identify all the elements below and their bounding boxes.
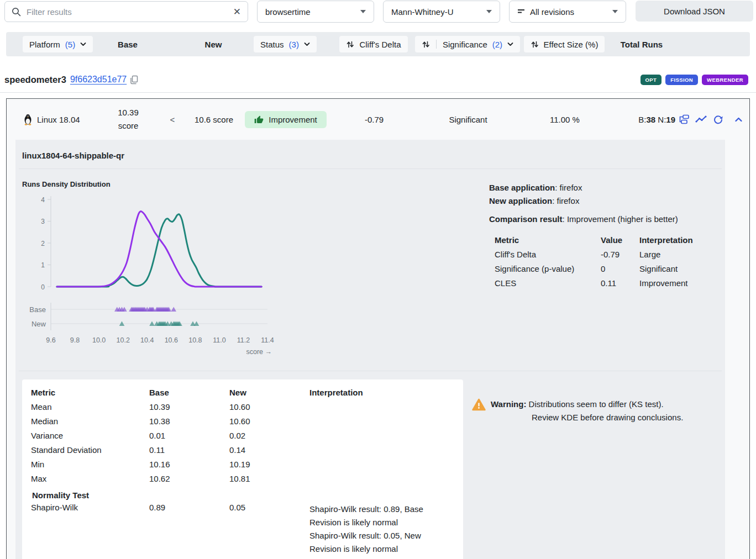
sort-cliffs-delta-chip[interactable]: Cliff's Delta — [339, 36, 407, 52]
stats-new-value: 10.81 — [229, 474, 309, 488]
svg-text:score →: score → — [246, 348, 272, 356]
suite-name: speedometer3 — [4, 75, 66, 85]
info-table-cell: Improvement — [639, 278, 725, 288]
base-score: 10.39 score — [111, 106, 146, 133]
svg-text:3: 3 — [41, 218, 45, 225]
revision-hash-link[interactable]: 9f6623d51e77 — [70, 75, 127, 85]
chevron-down-icon — [304, 42, 310, 46]
sort-arrows-icon — [422, 40, 430, 49]
top-toolbar: ✕ browsertime Mann-Whitney-U All revisio… — [0, 0, 756, 32]
filter-results-input[interactable] — [27, 7, 228, 17]
statistical-test-select-value: Mann-Whitney-U — [391, 7, 482, 17]
platform-slug: linux1804-64-shippable-qr — [15, 140, 725, 160]
copy-icon[interactable] — [130, 75, 139, 85]
stats-base-value: 10.16 — [149, 460, 229, 474]
results-header-bar: Platform (5) Base New Status (3) Cliff's… — [6, 32, 750, 56]
revisions-select-value: All revisions — [530, 7, 608, 17]
svg-text:1: 1 — [41, 261, 45, 269]
stats-metric-name: Median — [31, 416, 149, 431]
base-runs-count: 38 — [646, 115, 655, 124]
download-json-button[interactable]: Download JSON — [636, 1, 753, 22]
stats-metric-name: Standard Deviation — [31, 445, 149, 460]
platform-cell: Linux 18.04 — [23, 114, 101, 125]
svg-text:4: 4 — [41, 196, 45, 204]
platform-name: Linux 18.04 — [37, 115, 80, 124]
status-badge: Improvement — [245, 111, 327, 128]
new-score: 10.6 score — [195, 115, 233, 124]
sort-significance-chip[interactable]: Significance (2) — [415, 36, 520, 52]
info-table-cell: CLES — [495, 278, 601, 288]
sort-effect-size-chip[interactable]: Effect Size (%) — [524, 36, 605, 52]
svg-text:2: 2 — [41, 240, 45, 247]
filter-search-box[interactable]: ✕ — [4, 1, 248, 22]
svg-text:10.2: 10.2 — [117, 336, 130, 344]
stats-metric-name: Min — [31, 460, 149, 474]
stats-base-value: 0.89 — [149, 503, 229, 556]
platform-filter-count: (5) — [65, 40, 75, 49]
chevron-down-icon — [486, 10, 492, 13]
stats-new-value: 10.19 — [229, 460, 309, 474]
column-header-effect-size: Effect Size (%) — [544, 40, 599, 49]
svg-text:10.4: 10.4 — [140, 336, 154, 344]
comparison-info-block: Base application: firefox New applicatio… — [489, 180, 725, 361]
platform-filter-label: Platform — [29, 40, 60, 49]
descriptive-stats-table: MetricBaseNewInterpretationMean10.3910.6… — [31, 388, 454, 556]
status-badge-label: Improvement — [269, 115, 317, 124]
chevron-down-icon — [612, 10, 618, 13]
comparison-result-line: Comparison result: Improvement (higher i… — [489, 213, 725, 226]
status-filter-count: (3) — [289, 40, 299, 49]
info-table-header: Value — [601, 235, 639, 245]
stats-base-value: 10.39 — [149, 402, 229, 416]
svg-text:New: New — [32, 320, 46, 328]
stats-new-value: 10.60 — [229, 402, 309, 416]
svg-text:11.4: 11.4 — [261, 336, 274, 344]
clear-filter-icon[interactable]: ✕ — [233, 7, 241, 17]
base-runs-label: B: — [638, 115, 646, 124]
framework-select-value: browsertime — [265, 7, 356, 17]
collapse-row-icon[interactable] — [734, 117, 743, 123]
new-runs-label: N: — [658, 115, 666, 124]
platform-filter-chip[interactable]: Platform (5) — [23, 36, 93, 52]
svg-text:10.8: 10.8 — [188, 336, 202, 344]
revisions-select[interactable]: All revisions — [509, 1, 626, 23]
stats-interpretation-line: Shapiro-Wilk result: 0.89, Base Revision… — [309, 503, 448, 529]
comparison-result-label: Comparison result — [489, 214, 563, 224]
svg-text:Base: Base — [29, 305, 46, 314]
stats-base-value: 10.62 — [149, 474, 229, 488]
statistical-test-select[interactable]: Mann-Whitney-U — [383, 1, 500, 23]
significance-filter-label: Significance — [443, 40, 487, 49]
stats-base-value: 0.11 — [149, 445, 229, 460]
revision-tag: OPT — [641, 75, 662, 85]
base-application-label: Base application — [489, 183, 555, 192]
stats-metric-name: Mean — [31, 402, 149, 416]
retrigger-icon[interactable] — [713, 114, 723, 125]
stats-base-value: 10.38 — [149, 416, 229, 431]
comparison-result-row: Linux 18.04 10.39 score < 10.6 score Imp… — [6, 98, 750, 559]
stats-interpretation-line: Shapiro-Wilk result: 0.05, New Revision … — [309, 529, 448, 556]
stats-section-header: Normality Test — [31, 488, 454, 503]
svg-text:10.6: 10.6 — [165, 336, 178, 344]
svg-text:9.8: 9.8 — [70, 336, 80, 344]
info-table-cell: Cliff's Delta — [495, 250, 601, 259]
new-application-value: firefox — [557, 196, 580, 205]
warning-line-2: Review KDE before drawing conclusions. — [491, 411, 683, 424]
sort-arrows-icon — [531, 40, 539, 49]
stats-table-header: New — [229, 388, 309, 402]
significance-value: Significant — [449, 115, 487, 124]
stats-base-value: 0.01 — [149, 431, 229, 445]
subtests-icon[interactable] — [679, 114, 689, 124]
info-table-cell: 0.11 — [601, 278, 639, 288]
framework-select[interactable]: browsertime — [257, 1, 374, 23]
graph-icon[interactable] — [695, 115, 707, 124]
warning-message-1: Distributions seem to differ (KS test). — [529, 399, 664, 409]
revision-tag: FISSION — [665, 75, 698, 85]
info-table-cell: Significant — [639, 264, 725, 273]
status-filter-chip[interactable]: Status (3) — [254, 36, 317, 52]
divider — [0, 92, 756, 93]
stats-new-value: 10.60 — [229, 416, 309, 431]
divider — [436, 40, 437, 49]
status-filter-label: Status — [260, 40, 284, 49]
svg-text:9.6: 9.6 — [46, 336, 55, 344]
kde-chart-block: Runs Density Distribution 01234BaseNew9.… — [22, 180, 489, 361]
filter-lines-icon — [517, 8, 526, 15]
